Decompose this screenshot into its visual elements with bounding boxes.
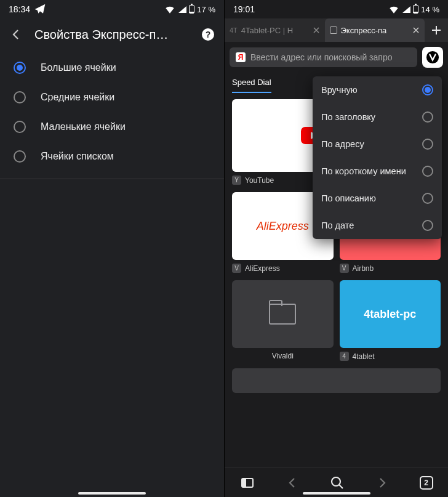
radio-icon [422, 84, 433, 95]
folder-icon [269, 304, 296, 325]
favicon: Y [232, 176, 241, 185]
address-input[interactable]: Я Ввести адрес или поисковый запро [230, 47, 417, 67]
home-indicator[interactable] [303, 492, 370, 495]
vivaldi-icon [426, 51, 439, 64]
tab-inactive[interactable]: 4T 4Tablet-PC | Н [225, 18, 325, 42]
sort-by-address[interactable]: По адресу [313, 131, 442, 158]
tile-logo-text: 4tablet-pc [364, 308, 416, 321]
statusbar-right: 19:01 14 % [225, 0, 448, 18]
sort-by-title[interactable]: По заголовку [313, 103, 442, 131]
option-label: Средние ячейки [41, 92, 114, 103]
wifi-icon [164, 3, 176, 15]
forward-icon[interactable] [375, 475, 390, 490]
tile-folder-vivaldi[interactable]: Vivaldi [232, 280, 334, 361]
option-medium-cells[interactable]: Средние ячейки [0, 83, 224, 112]
sort-label: По адресу [321, 139, 364, 149]
statusbar-left: 18:34 17 % [0, 0, 224, 18]
option-label: Большие ячейки [41, 62, 116, 73]
tile-empty[interactable] [232, 368, 441, 393]
sort-manual[interactable]: Вручную [313, 76, 442, 103]
svg-rect-6 [242, 479, 246, 487]
browser-tabbar: 4T 4Tablet-PC | Н Экспресс-па [225, 18, 448, 42]
page-title: Свойства Экспресс-п… [34, 28, 190, 42]
sd-tab-speeddial[interactable]: Speed Dial [232, 78, 271, 93]
tile-label: 4tablet [353, 352, 375, 361]
radio-icon [14, 121, 26, 133]
sort-menu: Вручную По заголовку По адресу По коротк… [313, 76, 442, 239]
settings-screen: 18:34 17 % Свойства Экспресс-п… ? Больши… [0, 0, 224, 497]
option-small-cells[interactable]: Маленькие ячейки [0, 112, 224, 142]
search-icon[interactable] [330, 475, 345, 490]
vivaldi-menu-button[interactable] [422, 47, 443, 68]
battery-pct: 14 % [421, 5, 439, 14]
battery-icon [413, 5, 418, 14]
tile-label: AliExpress [245, 264, 280, 273]
wifi-icon [388, 3, 400, 15]
panel-icon[interactable] [240, 475, 255, 490]
divider [0, 179, 224, 179]
sort-label: По дате [321, 220, 354, 230]
sort-by-nickname[interactable]: По короткому имени [313, 158, 442, 185]
address-placeholder: Ввести адрес или поисковый запро [250, 52, 392, 62]
tile-4tablet[interactable]: 4tablet-pc 4 4tablet [340, 280, 441, 361]
radio-icon [422, 166, 433, 177]
close-icon[interactable] [412, 26, 420, 34]
browser-screen: 19:01 14 % 4T 4Tablet-PC | Н Экспресс-па… [224, 0, 448, 497]
radio-icon [422, 139, 433, 150]
tile-label: Vivaldi [272, 352, 294, 360]
tab-label: 4Tablet-PC | Н [241, 26, 293, 35]
close-icon[interactable] [313, 26, 320, 34]
sort-by-description[interactable]: По описанию [313, 185, 442, 212]
sort-label: По описанию [321, 193, 376, 203]
back-icon[interactable] [285, 475, 300, 490]
status-time: 18:34 [9, 4, 30, 14]
status-time: 19:01 [233, 4, 255, 14]
tab-label: Экспресс-па [341, 26, 387, 35]
favicon: V [232, 264, 241, 273]
battery-icon [189, 5, 194, 14]
tile-logo-text: AliExpress [257, 220, 309, 233]
plus-icon [431, 25, 442, 36]
tile-label: YouTube [245, 176, 274, 185]
option-list-cells[interactable]: Ячейки списком [0, 142, 224, 171]
new-tab-button[interactable] [425, 18, 448, 42]
radio-icon [14, 150, 26, 163]
settings-header: Свойства Экспресс-п… ? [0, 18, 224, 53]
help-icon[interactable]: ? [201, 27, 215, 42]
svg-point-7 [332, 477, 340, 486]
option-label: Ячейки списком [41, 151, 114, 162]
radio-icon [14, 91, 26, 103]
favicon: 4 [340, 352, 349, 361]
radio-icon [422, 193, 433, 204]
sort-label: По заголовку [321, 112, 375, 122]
signal-icon [402, 6, 410, 13]
radio-icon [422, 220, 433, 231]
speed-dial-icon [330, 26, 337, 34]
telegram-icon [34, 3, 46, 15]
home-indicator[interactable] [78, 492, 146, 495]
tab-active[interactable]: Экспресс-па [325, 18, 425, 42]
battery-pct: 17 % [197, 5, 215, 14]
radio-icon [14, 62, 26, 74]
sort-by-date[interactable]: По дате [313, 212, 442, 239]
yandex-icon: Я [236, 52, 246, 62]
tab-count-button[interactable]: 2 [420, 476, 433, 490]
address-bar-row: Я Ввести адрес или поисковый запро [225, 42, 448, 73]
sort-label: Вручную [321, 85, 358, 95]
signal-icon [178, 6, 186, 13]
sort-label: По короткому имени [321, 166, 406, 176]
option-label: Маленькие ячейки [41, 121, 126, 132]
svg-text:?: ? [206, 30, 211, 39]
tile-label: Airbnb [353, 264, 374, 273]
favicon: V [340, 264, 349, 273]
back-chevron-icon[interactable] [9, 27, 23, 42]
option-large-cells[interactable]: Большие ячейки [0, 53, 224, 83]
radio-icon [422, 111, 433, 123]
